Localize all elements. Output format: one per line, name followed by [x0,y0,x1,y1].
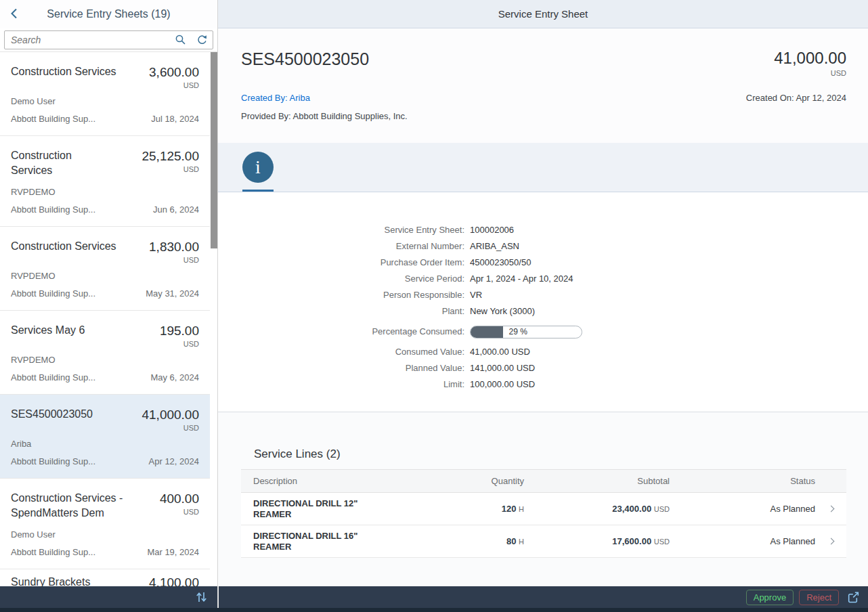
master-footer [0,586,217,608]
list-item-subtitle: RVPDEMO [11,354,56,366]
form-label: External Number: [218,238,464,255]
service-lines-section: Service Lines (2) Description Quantity S… [218,412,868,586]
list-item[interactable]: Construction Services 1,830.00 USD RVPDE… [0,227,210,311]
list-item[interactable]: Construction Services 25,125.00 USD RVPD… [0,136,210,227]
list-item-subtitle: Demo User [11,95,56,108]
ses-list: Construction Services 3,600.00 USD Demo … [0,51,217,586]
table-row[interactable]: DIRECTIONAL DRILL 16" REAMER 80 H 17,600… [241,525,846,558]
form-value: ARIBA_ASN [470,238,519,255]
form-value: Apr 1, 2024 - Apr 10, 2024 [470,271,573,287]
list-item-title: Services May 6 [11,323,90,338]
form-label: Service Entry Sheet: [218,222,464,238]
list-item-subtitle: Demo User [11,529,56,541]
list-item-supplier: Abbott Building Sup... [11,288,95,300]
provided-by-text: Provided By: Abbott Building Supplies, I… [241,110,846,123]
col-header-quantity: Quantity [422,476,524,486]
list-item[interactable]: Construction Services - SpendMatters Dem… [0,479,210,569]
search-icon[interactable] [175,34,186,47]
list-item-subtitle: RVPDEMO [11,270,56,282]
detail-topbar-title: Service Entry Sheet [498,8,588,20]
list-item-title: SES4500023050 [11,407,98,422]
reject-button[interactable]: Reject [799,590,839,605]
list-item-title: Sundry Brackets [11,575,95,586]
list-item-amount: 3,600.00 [149,64,199,80]
approve-button[interactable]: Approve [746,590,794,605]
total-amount: 41,000.00 [774,49,846,68]
share-button[interactable] [847,591,860,604]
list-item-subtitle: Ariba [11,438,31,450]
list-item-amount: 400.00 [160,491,199,506]
app-window: Service Entry Sheets (19) Constructi [0,0,868,608]
created-on-text: Created On: Apr 12, 2024 [746,92,846,104]
list-item-title: Construction Services [11,64,122,79]
sort-button[interactable] [195,591,209,603]
col-header-description: Description [253,476,422,486]
chevron-right-icon[interactable] [815,539,846,544]
col-header-status: Status [670,476,815,486]
row-description: DIRECTIONAL DRILL 12" REAMER [253,498,395,520]
list-item-supplier: Abbott Building Sup... [11,204,95,216]
list-item-amount: 1,830.00 [149,239,199,255]
list-item-selected[interactable]: SES4500023050 41,000.00 USD Ariba Abbott… [0,395,210,479]
row-status: As Planned [670,504,815,514]
created-by-link[interactable]: Created By: Ariba [241,92,310,104]
back-chevron-icon [9,7,21,20]
list-item-amount: 41,000.00 [142,407,199,422]
col-header-subtotal: Subtotal [524,476,670,486]
service-lines-title: Service Lines (2) [241,447,846,461]
progress-bar-text: 29 % [509,326,527,338]
master-panel: Service Entry Sheets (19) Constructi [0,0,218,608]
total-currency: USD [774,69,846,77]
object-header: SES4500023050 41,000.00 USD Created By: … [218,28,868,143]
open-in-new-window-icon [847,591,860,604]
detail-panel: Service Entry Sheet SES4500023050 41,000… [218,0,868,608]
row-unit: H [519,538,524,546]
ses-number: SES4500023050 [241,49,369,69]
form-label: Plant: [218,303,464,320]
list-item-supplier: Abbott Building Sup... [11,113,95,125]
row-quantity: 120 H [422,504,524,514]
form-value: 141,000.00 USD [470,360,535,376]
table-row[interactable]: DIRECTIONAL DRILL 12" REAMER 120 H 23,40… [241,493,846,525]
master-title: Service Entry Sheets (19) [47,8,170,20]
list-item-date: Jul 18, 2024 [151,113,199,125]
form-value: 4500023050/50 [470,255,531,271]
chevron-right-icon[interactable] [815,506,846,511]
row-subtotal: 17,600.00 USD [524,536,670,546]
tab-info[interactable]: i [242,143,274,192]
form-label: Planned Value: [218,360,464,376]
list-item-supplier: Abbott Building Sup... [11,456,95,468]
list-item[interactable]: Sundry Brackets 4,100.00 [0,569,210,586]
list-item-date: Jun 6, 2024 [153,204,199,216]
row-currency: USD [654,538,670,546]
form-label: Person Responsible: [218,287,464,303]
window-bottom-strip [0,608,868,612]
list-item-currency: USD [149,81,199,89]
form-value: 41,000.00 USD [470,344,530,360]
list-item-title: Construction Services [11,239,122,254]
list-item-title: Construction Services - SpendMatters Dem [11,491,160,521]
info-icon: i [242,152,274,183]
list-item[interactable]: Services May 6 195.00 USD RVPDEMO Abbott… [0,311,210,395]
list-item-currency: USD [160,508,199,516]
list-item-date: Mar 19, 2024 [147,546,199,559]
search-bar [0,28,217,51]
list-scrollbar-thumb[interactable] [211,52,217,248]
list-item-amount: 195.00 [160,323,199,338]
list-item-currency: USD [142,165,199,173]
table-header-row: Description Quantity Subtotal Status [241,470,846,493]
refresh-icon[interactable] [196,34,208,47]
row-description: DIRECTIONAL DRILL 16" REAMER [253,531,395,552]
list-item-supplier: Abbott Building Sup... [11,372,95,384]
list-item[interactable]: Construction Services 3,600.00 USD Demo … [0,52,210,136]
back-button[interactable] [8,7,22,21]
form-label: Purchase Order Item: [218,255,464,271]
form-label: Consumed Value: [218,344,464,360]
sort-icon [195,591,209,603]
detail-topbar: Service Entry Sheet [218,0,868,28]
form-label: Percentage Consumed: [218,324,464,340]
row-status: As Planned [670,536,815,546]
form-label: Limit: [218,376,464,393]
list-item-date: Apr 12, 2024 [149,456,199,468]
list-item-subtitle: RVPDEMO [11,186,56,198]
